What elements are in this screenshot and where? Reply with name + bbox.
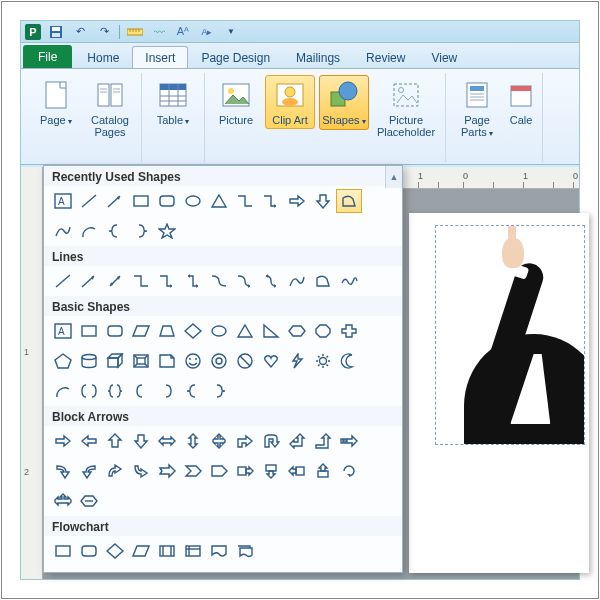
- shape-folded[interactable]: [154, 349, 180, 373]
- shape-rect2[interactable]: [76, 319, 102, 343]
- picture-placeholder-button[interactable]: Picture Placeholder: [373, 75, 439, 141]
- shape-freeform[interactable]: [336, 189, 362, 213]
- shape-fc-decision[interactable]: [102, 539, 128, 563]
- shape-elbow[interactable]: [128, 269, 154, 293]
- shape-donut[interactable]: [206, 349, 232, 373]
- shape-ba-3way[interactable]: [50, 489, 76, 513]
- shape-left-bracket[interactable]: [128, 379, 154, 403]
- shape-ba-callout-u[interactable]: [310, 459, 336, 483]
- tab-view[interactable]: View: [418, 46, 470, 68]
- shape-left-brace[interactable]: [180, 379, 206, 403]
- shape-line[interactable]: [50, 269, 76, 293]
- font-increase-icon[interactable]: A▸: [198, 24, 216, 40]
- font-size-icon[interactable]: Aᴬ: [174, 24, 192, 40]
- shape-parallelogram[interactable]: [128, 319, 154, 343]
- shape-diamond[interactable]: [180, 319, 206, 343]
- shape-bevel[interactable]: [128, 349, 154, 373]
- shape-ba-right[interactable]: [50, 429, 76, 453]
- shapes-button[interactable]: Shapes: [319, 75, 369, 130]
- page-canvas[interactable]: [409, 213, 589, 573]
- shape-fc-predef[interactable]: [154, 539, 180, 563]
- ruler-icon[interactable]: [126, 24, 144, 40]
- shape-scribble[interactable]: [336, 269, 362, 293]
- shape-ba-down[interactable]: [128, 429, 154, 453]
- shape-brace-right[interactable]: [128, 219, 154, 243]
- shape-sun[interactable]: [310, 349, 336, 373]
- shape-heart[interactable]: [258, 349, 284, 373]
- tab-file[interactable]: File: [23, 45, 72, 68]
- shape-star[interactable]: [154, 219, 180, 243]
- shape-arrow-line[interactable]: [76, 269, 102, 293]
- shape-scribble-curve[interactable]: [284, 269, 310, 293]
- shape-hexagon[interactable]: [284, 319, 310, 343]
- shape-right-bracket[interactable]: [154, 379, 180, 403]
- shape-curve[interactable]: [50, 219, 76, 243]
- shape-elbow-arrow[interactable]: [154, 269, 180, 293]
- shape-ba-uturn[interactable]: [258, 429, 284, 453]
- shape-ba-bent[interactable]: [232, 429, 258, 453]
- shape-pentagon[interactable]: [50, 349, 76, 373]
- shape-textbox2[interactable]: A: [50, 319, 76, 343]
- shape-plus[interactable]: [336, 319, 362, 343]
- shape-fc-alt[interactable]: [76, 539, 102, 563]
- scroll-up-icon[interactable]: ▲: [385, 166, 402, 188]
- shape-brace-left[interactable]: [102, 219, 128, 243]
- catalog-pages-button[interactable]: Catalog Pages: [85, 75, 135, 141]
- shape-no[interactable]: [232, 349, 258, 373]
- undo-icon[interactable]: ↶: [71, 24, 89, 40]
- shape-oval[interactable]: [180, 189, 206, 213]
- shape-ba-notched[interactable]: [154, 459, 180, 483]
- page-button[interactable]: Page: [31, 75, 81, 130]
- shape-elbow-double[interactable]: [180, 269, 206, 293]
- shape-ba-chevron[interactable]: [180, 459, 206, 483]
- tab-insert[interactable]: Insert: [132, 46, 188, 68]
- shape-double-bracket[interactable]: [76, 379, 102, 403]
- shape-fc-multidoc[interactable]: [232, 539, 258, 563]
- shape-smiley[interactable]: [180, 349, 206, 373]
- clip-art-button[interactable]: Clip Art: [265, 75, 315, 129]
- shape-ba-curved-left[interactable]: [76, 459, 102, 483]
- shape-elbow[interactable]: [232, 189, 258, 213]
- shape-ba-left[interactable]: [76, 429, 102, 453]
- image-frame[interactable]: [435, 225, 585, 445]
- shape-ba-up[interactable]: [102, 429, 128, 453]
- shape-down-arrow[interactable]: [310, 189, 336, 213]
- shape-ba-callout-r[interactable]: [232, 459, 258, 483]
- shape-ba-bent-up[interactable]: [310, 429, 336, 453]
- shape-fc-internal[interactable]: [180, 539, 206, 563]
- shape-octagon[interactable]: [310, 319, 336, 343]
- shape-line[interactable]: [76, 189, 102, 213]
- shape-triangle[interactable]: [206, 189, 232, 213]
- shape-curve-conn[interactable]: [206, 269, 232, 293]
- shape-triangle2[interactable]: [232, 319, 258, 343]
- redo-icon[interactable]: ↷: [95, 24, 113, 40]
- shape-right-arrow[interactable]: [284, 189, 310, 213]
- shape-can[interactable]: [76, 349, 102, 373]
- shape-ba-curved-down[interactable]: [128, 459, 154, 483]
- picture-button[interactable]: Picture: [211, 75, 261, 129]
- shape-arc[interactable]: [76, 219, 102, 243]
- shape-oval2[interactable]: [206, 319, 232, 343]
- shape-ba-circular[interactable]: [336, 459, 362, 483]
- save-icon[interactable]: [47, 24, 65, 40]
- shape-right-brace[interactable]: [206, 379, 232, 403]
- shape-elbow-arrow[interactable]: [258, 189, 284, 213]
- shape-fc-document[interactable]: [206, 539, 232, 563]
- shape-right-triangle[interactable]: [258, 319, 284, 343]
- shape-roundrect2[interactable]: [102, 319, 128, 343]
- shape-fc-data[interactable]: [128, 539, 154, 563]
- shape-ba-curved-right[interactable]: [50, 459, 76, 483]
- shape-ba-callout-d[interactable]: [258, 459, 284, 483]
- shape-double-brace[interactable]: [102, 379, 128, 403]
- shape-freeform-line[interactable]: [310, 269, 336, 293]
- shape-trapezoid[interactable]: [154, 319, 180, 343]
- tab-home[interactable]: Home: [74, 46, 132, 68]
- shape-ba-callout-l[interactable]: [284, 459, 310, 483]
- tab-review[interactable]: Review: [353, 46, 418, 68]
- shape-rectangle[interactable]: [128, 189, 154, 213]
- tab-mailings[interactable]: Mailings: [283, 46, 353, 68]
- shape-arc2[interactable]: [50, 379, 76, 403]
- shape-ba-updown[interactable]: [180, 429, 206, 453]
- shape-rounded-rect[interactable]: [154, 189, 180, 213]
- shape-curve-arrow[interactable]: [232, 269, 258, 293]
